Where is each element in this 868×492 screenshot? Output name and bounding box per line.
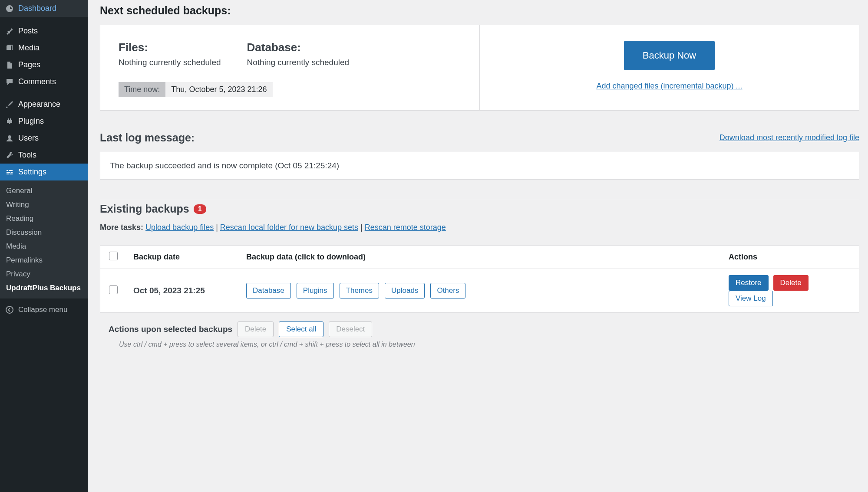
selected-actions-label: Actions upon selected backups — [100, 325, 232, 334]
backup-now-button[interactable]: Backup Now — [624, 41, 715, 70]
table-header: Backup date Backup data (click to downlo… — [100, 246, 859, 269]
download-database-button[interactable]: Database — [246, 283, 291, 298]
submenu-reading[interactable]: Reading — [0, 212, 88, 226]
download-others-button[interactable]: Others — [430, 283, 465, 298]
plugin-icon — [5, 117, 14, 126]
existing-heading: Existing backups — [100, 203, 189, 215]
user-icon — [5, 134, 14, 143]
backups-table: Backup date Backup data (click to downlo… — [100, 245, 859, 313]
log-heading: Last log message: — [100, 131, 195, 144]
time-now: Time now: Thu, October 5, 2023 21:26 — [119, 82, 273, 97]
submenu-permalinks[interactable]: Permalinks — [0, 253, 88, 267]
time-now-value: Thu, October 5, 2023 21:26 — [165, 82, 272, 97]
submenu-writing[interactable]: Writing — [0, 198, 88, 212]
log-message: The backup succeeded and is now complete… — [100, 152, 859, 180]
sidebar-item-settings[interactable]: Settings — [0, 164, 88, 180]
select-all-button[interactable]: Select all — [279, 321, 323, 337]
page-icon — [5, 61, 14, 69]
scheduled-heading: Next scheduled backups: — [100, 4, 859, 17]
submenu-general[interactable]: General — [0, 184, 88, 198]
pin-icon — [5, 27, 14, 36]
col-data: Backup data (click to download) — [238, 246, 720, 268]
sidebar-item-pages[interactable]: Pages — [0, 56, 88, 73]
sidebar-item-label: Posts — [18, 26, 38, 36]
database-status: Nothing currently scheduled — [247, 58, 350, 67]
select-all-checkbox[interactable] — [109, 252, 118, 260]
row-checkbox[interactable] — [109, 285, 118, 294]
sidebar-item-label: Plugins — [18, 117, 44, 126]
sidebar-item-tools[interactable]: Tools — [0, 147, 88, 164]
download-themes-button[interactable]: Themes — [340, 283, 379, 298]
deselect-button[interactable]: Deselect — [329, 321, 372, 337]
col-actions: Actions — [720, 246, 859, 268]
svg-point-0 — [6, 306, 13, 313]
divider — [100, 199, 859, 199]
sidebar-item-appearance[interactable]: Appearance — [0, 96, 88, 113]
sidebar-item-dashboard[interactable]: Dashboard — [0, 0, 88, 17]
row-actions: Restore Delete View Log — [720, 269, 859, 312]
collapse-label: Collapse menu — [18, 305, 67, 314]
dashboard-icon — [5, 4, 14, 13]
sidebar-item-plugins[interactable]: Plugins — [0, 113, 88, 130]
sidebar-item-label: Pages — [18, 60, 40, 69]
sidebar-item-users[interactable]: Users — [0, 130, 88, 147]
sidebar-item-comments[interactable]: Comments — [0, 73, 88, 90]
brush-icon — [5, 100, 14, 109]
files-label: Files: — [119, 41, 221, 54]
sidebar-item-label: Users — [18, 134, 39, 143]
scheduled-box: Files: Nothing currently scheduled Datab… — [100, 25, 859, 111]
backup-data-chips: Database Plugins Themes Uploads Others — [238, 277, 720, 305]
sidebar-item-label: Comments — [18, 77, 56, 86]
view-log-button[interactable]: View Log — [729, 291, 773, 306]
collapse-icon — [5, 305, 14, 314]
main-content: Next scheduled backups: Files: Nothing c… — [88, 0, 868, 492]
sidebar-item-label: Dashboard — [18, 4, 56, 13]
more-tasks: More tasks: Upload backup files | Rescan… — [100, 223, 859, 232]
sidebar-item-label: Settings — [18, 167, 46, 177]
wrench-icon — [5, 151, 14, 160]
comment-icon — [5, 78, 14, 86]
submenu-updraftplus[interactable]: UpdraftPlus Backups — [0, 281, 88, 295]
table-row: Oct 05, 2023 21:25 Database Plugins Them… — [100, 269, 859, 312]
download-uploads-button[interactable]: Uploads — [385, 283, 425, 298]
rescan-remote-link[interactable]: Rescan remote storage — [365, 223, 446, 232]
download-log-link[interactable]: Download most recently modified log file — [719, 133, 859, 142]
sidebar-item-label: Tools — [18, 151, 36, 160]
sidebar-item-label: Appearance — [18, 100, 60, 109]
admin-sidebar: Dashboard Posts Media Pages Comments App… — [0, 0, 88, 492]
download-plugins-button[interactable]: Plugins — [297, 283, 334, 298]
rescan-local-link[interactable]: Rescan local folder for new backup sets — [220, 223, 358, 232]
collapse-menu[interactable]: Collapse menu — [0, 301, 88, 318]
sidebar-item-posts[interactable]: Posts — [0, 23, 88, 39]
col-date: Backup date — [125, 246, 238, 268]
backup-count-badge: 1 — [194, 204, 206, 214]
sliders-icon — [5, 168, 14, 177]
restore-button[interactable]: Restore — [729, 275, 769, 291]
sidebar-item-media[interactable]: Media — [0, 39, 88, 56]
database-label: Database: — [247, 41, 350, 54]
selection-hint: Use ctrl / cmd + press to select several… — [100, 341, 859, 348]
settings-submenu: General Writing Reading Discussion Media… — [0, 180, 88, 298]
submenu-discussion[interactable]: Discussion — [0, 226, 88, 239]
sidebar-item-label: Media — [18, 43, 40, 52]
upload-backup-link[interactable]: Upload backup files — [145, 223, 214, 232]
submenu-privacy[interactable]: Privacy — [0, 267, 88, 281]
time-now-label: Time now: — [119, 82, 165, 97]
incremental-backup-link[interactable]: Add changed files (incremental backup) .… — [596, 82, 742, 91]
more-tasks-label: More tasks: — [100, 223, 143, 232]
delete-button[interactable]: Delete — [773, 275, 809, 291]
submenu-media[interactable]: Media — [0, 239, 88, 253]
media-icon — [5, 44, 14, 52]
files-status: Nothing currently scheduled — [119, 58, 221, 67]
backup-date: Oct 05, 2023 21:25 — [125, 280, 238, 302]
selected-actions: Actions upon selected backups Delete Sel… — [100, 321, 859, 337]
selected-delete-button[interactable]: Delete — [238, 321, 274, 337]
